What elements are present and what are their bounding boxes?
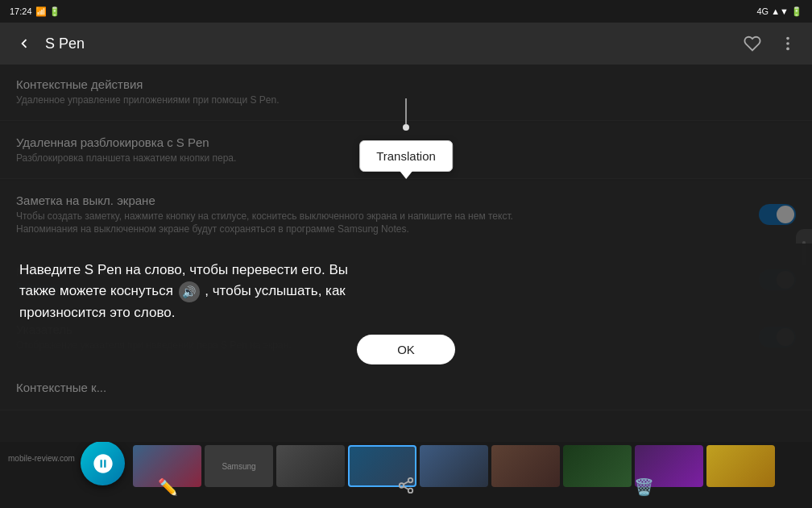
share-icon[interactable] <box>397 477 415 498</box>
status-bar: 17:24 📶 🔋 4G ▲▼ 🔋 <box>0 0 812 23</box>
delete-icon[interactable]: 🗑️ <box>634 477 654 497</box>
more-options-button[interactable] <box>773 29 802 58</box>
status-left: 17:24 📶 🔋 <box>10 6 60 17</box>
popup-text-part3: , чтобы услышать, как <box>205 283 346 298</box>
popup-text: Наведите S Pen на слово, чтобы перевести… <box>19 260 793 323</box>
taskbar: Samsung ✏️ 🗑️ mobile-review.com <box>0 442 812 508</box>
svg-line-6 <box>404 486 408 489</box>
status-icons: 📶 🔋 <box>35 6 60 17</box>
edit-icon[interactable]: ✏️ <box>158 477 178 497</box>
popup-text-part2: также можете коснуться <box>19 283 173 298</box>
top-actions <box>738 29 802 58</box>
status-time: 17:24 <box>10 6 32 16</box>
svg-point-1 <box>786 42 789 45</box>
svg-point-3 <box>408 477 413 482</box>
floating-app-icon[interactable] <box>81 442 125 485</box>
watermark: mobile-review.com <box>8 454 75 463</box>
svg-point-2 <box>786 48 789 51</box>
svg-point-4 <box>400 483 404 488</box>
back-button[interactable] <box>10 29 39 58</box>
ok-button-wrap: OK <box>19 323 793 376</box>
tooltip-label: Translation <box>376 149 436 163</box>
favorite-button[interactable] <box>738 29 767 58</box>
signal-icons: 4G ▲▼ 🔋 <box>756 6 802 17</box>
svg-line-7 <box>404 481 408 484</box>
tooltip-dot <box>403 124 409 131</box>
tooltip-connector <box>405 98 407 124</box>
main-content: Контекстные действия Удаленное управлени… <box>0 65 812 442</box>
top-bar: S Pen <box>0 23 812 65</box>
svg-point-0 <box>786 37 789 40</box>
svg-point-5 <box>408 488 413 493</box>
page-title: S Pen <box>45 35 738 52</box>
popup-text-part1: Наведите S Pen на слово, чтобы перевести… <box>19 262 348 277</box>
status-right: 4G ▲▼ 🔋 <box>756 6 802 17</box>
speaker-icon: 🔊 <box>179 281 200 302</box>
bottom-popup: Наведите S Pen на слово, чтобы перевести… <box>0 244 812 376</box>
popup-text-part4: произносится это слово. <box>19 305 175 320</box>
ok-button[interactable]: OK <box>357 335 455 364</box>
tooltip-bubble: Translation <box>359 140 453 172</box>
